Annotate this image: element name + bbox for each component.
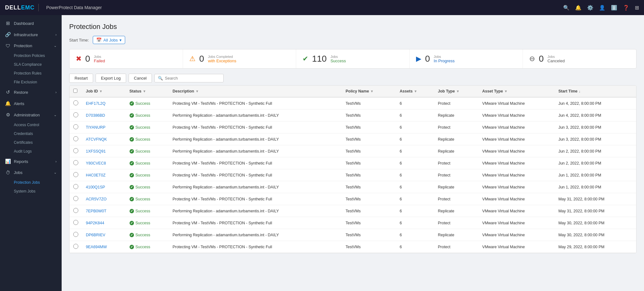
description-filter-icon[interactable]: ▼ [195,89,199,93]
sidebar-item-protection-rules[interactable]: Protection Rules [0,69,62,78]
cell-status: ✔ Success [126,241,169,253]
sidebar-item-dashboard[interactable]: ⊞ Dashboard [0,18,62,29]
row-select-12[interactable] [73,244,78,249]
summary-failed[interactable]: ✖ 0 Jobs Failed [69,49,183,68]
cell-status: ✔ Success [126,217,169,229]
job-id-filter-icon[interactable]: ▼ [99,89,103,93]
row-select-8[interactable] [73,196,78,201]
row-select-10[interactable] [73,220,78,225]
search-box[interactable]: 🔍 [154,74,224,82]
sidebar-item-sla-compliance[interactable]: SLA Compliance [0,60,62,69]
chevron-right-icon: › [55,33,57,36]
cell-description: Performing Replication - adamantium.turb… [169,205,342,217]
cancel-button[interactable]: Cancel [129,74,152,83]
th-policy-name-label: Policy Name [346,89,369,93]
job-id-link[interactable]: H4C0ET0Z [86,173,106,177]
job-id-link[interactable]: 4100Q1SP [86,185,105,189]
sidebar-item-administration[interactable]: ⚙ Administration ⌄ [0,109,62,120]
status-text: Success [136,209,150,213]
status-text: Success [136,101,150,106]
summary-exceptions[interactable]: ⚠ 0 Jobs Completed with Exceptions [183,49,297,68]
row-select-1[interactable] [73,112,78,117]
start-time-sort-icon[interactable]: ↓ [579,89,581,93]
th-job-type-label: Job Type [438,89,455,93]
select-all-checkbox[interactable] [73,89,77,93]
row-select-9[interactable] [73,208,78,213]
asset-type-filter-icon[interactable]: ▼ [504,89,508,93]
row-select-11[interactable] [73,232,78,237]
sidebar-item-protection-jobs[interactable]: Protection Jobs [0,178,62,187]
row-select-3[interactable] [73,136,78,141]
status-text: Success [136,233,150,237]
cell-select [69,145,82,157]
start-time-filter[interactable]: 📅 All Jobs ▾ [93,36,125,44]
summary-success[interactable]: ✔ 110 Jobs Success [296,49,410,68]
policy-name-filter-icon[interactable]: ▼ [370,89,374,93]
app-name: PowerProtect Data Manager [46,5,102,10]
status-filter-icon[interactable]: ▼ [143,89,146,93]
summary-cards: ✖ 0 Jobs Failed ⚠ 0 Jobs Completed with … [69,49,636,69]
status-text: Success [136,161,150,165]
sidebar-item-infrastructure[interactable]: 🔗 Infrastructure › [0,29,62,40]
job-id-link[interactable]: 94P2K844 [86,221,104,225]
restart-button[interactable]: Restart [69,74,93,83]
apps-icon[interactable]: ⊞ [635,5,639,11]
job-id-link[interactable]: EHF17L2Q [86,101,106,106]
settings-icon[interactable]: ⚙️ [587,5,593,11]
cell-asset-type: VMware Virtual Machine [479,181,555,193]
failed-status-label: Failed [94,59,105,63]
sidebar-item-audit-logs[interactable]: Audit Logs [0,147,62,156]
info-icon[interactable]: ℹ️ [611,5,617,11]
job-id-link[interactable]: 7EPB0W0T [86,209,106,213]
success-icon: ✔ [303,55,308,63]
exception-icon: ⚠ [189,55,196,63]
failed-label-block: Jobs Failed [94,55,105,63]
search-icon[interactable]: 🔍 [563,5,569,11]
cell-status: ✔ Success [126,97,169,109]
cell-assets: 6 [396,169,434,181]
sidebar-item-file-exclusion[interactable]: File Exclusion [0,78,62,87]
sidebar-item-restore[interactable]: ↺ Restore › [0,87,62,98]
summary-canceled[interactable]: ⊖ 0 Jobs Canceled [523,49,636,68]
cell-description: Protecting VM - TestVMs - PROTECTION - S… [169,193,342,205]
status-text: Success [136,197,150,201]
filter-value: All Jobs [103,38,118,42]
search-input[interactable] [165,76,220,81]
row-select-7[interactable] [73,184,78,189]
job-type-filter-icon[interactable]: ▼ [456,89,459,93]
row-select-0[interactable] [73,100,78,105]
assets-filter-icon[interactable]: ▼ [414,89,417,93]
row-select-5[interactable] [73,160,78,165]
sidebar-item-access-control[interactable]: Access Control [0,120,62,129]
sidebar-item-jobs[interactable]: ⏱ Jobs ⌄ [0,167,62,178]
status-text: Success [136,173,150,177]
export-log-button[interactable]: Export Log [96,74,126,83]
job-id-link[interactable]: 9EA694MW [86,245,107,249]
sidebar-item-protection-policies[interactable]: Protection Policies [0,51,62,60]
row-select-4[interactable] [73,148,78,153]
cell-job-type: Replicate [434,229,479,241]
sidebar-item-certificates[interactable]: Certificates [0,138,62,147]
notifications-icon[interactable]: 🔔 [575,5,581,11]
job-id-link[interactable]: ACR5V7ZO [86,197,107,201]
row-select-6[interactable] [73,172,78,177]
user-icon[interactable]: 👤 [599,5,605,11]
job-id-link[interactable]: D70386BD [86,113,105,118]
job-id-link[interactable]: DP6BRIEV [86,233,105,237]
cell-status: ✔ Success [126,181,169,193]
summary-inprogress[interactable]: ▶ 0 Jobs In Progress [410,49,523,68]
sidebar-item-credentials[interactable]: Credentials [0,129,62,138]
job-id-link[interactable]: Y80CVEC8 [86,161,106,165]
help-icon[interactable]: ❓ [623,5,629,11]
job-id-link[interactable]: TIYANURP [86,125,105,130]
cell-policy-name: TestVMs [342,145,396,157]
status-text: Success [136,137,150,142]
job-id-link[interactable]: ATCVFNQK [86,137,107,142]
row-select-2[interactable] [73,124,78,129]
job-id-link[interactable]: 1XFSSQ91 [86,149,106,154]
cell-description: Performing Replication - adamantium.turb… [169,229,342,241]
sidebar-item-alerts[interactable]: 🔔 Alerts [0,98,62,109]
sidebar-item-system-jobs[interactable]: System Jobs [0,187,62,196]
sidebar-item-protection[interactable]: 🛡 Protection ⌄ [0,40,62,51]
sidebar-item-reports[interactable]: 📊 Reports › [0,156,62,167]
